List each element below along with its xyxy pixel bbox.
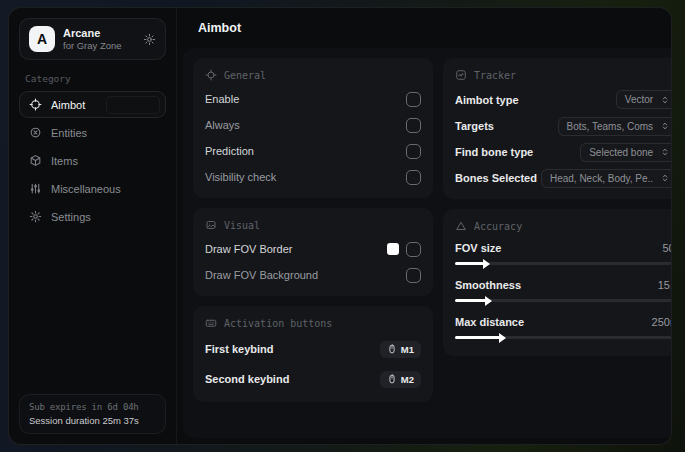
second-keybind-button[interactable]: M2 [380,371,421,388]
mouse-icon [387,344,397,354]
sidebar-item-label: Items [51,155,78,167]
draw-fov-border-checkbox[interactable] [406,242,421,257]
setting-row-draw-fov-background: Draw FOV Background [205,262,421,288]
setting-label: Visibility check [205,171,276,183]
setting-label: Enable [205,93,239,105]
keyboard-icon [205,317,217,329]
card-title: Activation buttons [224,318,332,329]
slider-value: 250m [652,316,672,328]
package-icon [29,154,42,167]
setting-label: Find bone type [455,146,533,158]
session-duration-text: Session duration 25m 37s [29,415,156,426]
setting-row-targets: Targets Bots, Teams, Coms [455,113,672,139]
gear-icon[interactable] [143,33,156,46]
setting-label: Prediction [205,145,254,157]
content-panel: General Enable Always Prediction [183,48,672,438]
gear-icon [29,210,42,223]
general-card: General Enable Always Prediction [193,58,433,198]
bones-selected-dropdown[interactable]: Head, Neck, Body, Pe.. [541,169,672,188]
category-label: Category [25,73,160,84]
fov-border-color-swatch[interactable] [387,243,399,255]
setting-row-first-keybind: First keybind M1 [205,334,421,364]
activation-card-header: Activation buttons [205,317,421,329]
dropdown-value: Vector [625,94,653,105]
setting-label: Draw FOV Background [205,269,318,281]
sidebar-item-label: Entities [51,127,87,139]
setting-label: Aimbot type [455,94,519,106]
card-title: General [224,70,266,81]
crosshair-icon [205,69,217,81]
find-bone-type-dropdown[interactable]: Selected bone [580,143,672,162]
targets-dropdown[interactable]: Bots, Teams, Coms [558,117,672,136]
visual-card: Visual Draw FOV Border Draw FOV Backgrou… [193,208,433,296]
setting-row-find-bone-type: Find bone type Selected bone [455,139,672,165]
ghost-keybind-hint [106,96,160,114]
slider-fill[interactable] [455,262,484,265]
brand-card: A Arcane for Gray Zone [19,18,166,60]
brand-subtitle: for Gray Zone [63,40,122,51]
setting-label: Max distance [455,316,524,328]
visual-card-header: Visual [205,219,421,231]
setting-label: Draw FOV Border [205,243,292,255]
setting-label: Targets [455,120,494,132]
dropdown-value: Head, Neck, Body, Pe.. [550,173,653,184]
smoothness-slider[interactable] [455,299,672,302]
fov-size-setting: FOV size 50° [455,237,672,265]
sidebar-item-miscellaneous[interactable]: Miscellaneous [19,175,166,202]
sidebar-item-label: Miscellaneous [51,183,121,195]
main-header: Aimbot [177,8,672,48]
setting-row-enable: Enable [205,86,421,112]
setting-row-aimbot-type: Aimbot type Vector [455,86,672,113]
setting-row-always: Always [205,112,421,138]
enable-checkbox[interactable] [406,92,421,107]
max-distance-slider[interactable] [455,336,672,339]
setting-label: Smoothness [455,279,521,291]
sort-arrows-icon [660,147,670,157]
slider-fill[interactable] [455,336,500,339]
sidebar-item-label: Aimbot [51,99,85,111]
setting-label: Always [205,119,240,131]
slider-fill[interactable] [455,299,486,302]
sidebar-item-entities[interactable]: Entities [19,119,166,146]
sidebar-item-aimbot[interactable]: Aimbot [19,91,166,118]
app-window: A Arcane for Gray Zone Category Aimbot E… [8,7,672,445]
sidebar-item-label: Settings [51,211,91,223]
keybind-value: M1 [401,344,414,355]
sort-arrows-icon [660,173,670,183]
setting-label: First keybind [205,343,273,355]
dropdown-value: Selected bone [589,147,653,158]
max-distance-setting: Max distance 250m [455,311,672,339]
setting-row-bones-selected: Bones Selected Head, Neck, Body, Pe.. [455,165,672,191]
setting-row-second-keybind: Second keybind M2 [205,364,421,394]
brand-logo: A [29,26,55,52]
dropdown-value: Bots, Teams, Coms [567,121,654,132]
crosshair-icon [29,98,42,111]
smoothness-setting: Smoothness 15.0 [455,274,672,302]
accuracy-card-header: Accuracy [455,220,672,232]
activation-buttons-card: Activation buttons First keybind M1 [193,306,433,402]
sliders-icon [29,182,42,195]
draw-fov-background-checkbox[interactable] [406,268,421,283]
first-keybind-button[interactable]: M1 [380,341,421,358]
sidebar-item-items[interactable]: Items [19,147,166,174]
general-card-header: General [205,69,421,81]
accuracy-card: Accuracy FOV size 50° Smoothness [443,209,672,356]
subscription-card: Sub expires in 6d 04h Session duration 2… [19,394,166,434]
sort-arrows-icon [660,121,670,131]
setting-label: FOV size [455,242,501,254]
card-title: Visual [224,220,260,231]
visibility-check-checkbox[interactable] [406,170,421,185]
setting-row-visibility-check: Visibility check [205,164,421,190]
right-column: Tracker Aimbot type Vector Targets [443,58,672,356]
prediction-checkbox[interactable] [406,144,421,159]
setting-row-prediction: Prediction [205,138,421,164]
always-checkbox[interactable] [406,118,421,133]
brand-text: Arcane for Gray Zone [63,27,122,51]
mouse-icon [387,374,397,384]
slider-value: 15.0 [658,279,672,291]
sidebar: A Arcane for Gray Zone Category Aimbot E… [9,8,177,444]
sidebar-item-settings[interactable]: Settings [19,203,166,230]
tracker-card: Tracker Aimbot type Vector Targets [443,58,672,199]
fov-size-slider[interactable] [455,262,672,265]
aimbot-type-dropdown[interactable]: Vector [616,90,672,109]
